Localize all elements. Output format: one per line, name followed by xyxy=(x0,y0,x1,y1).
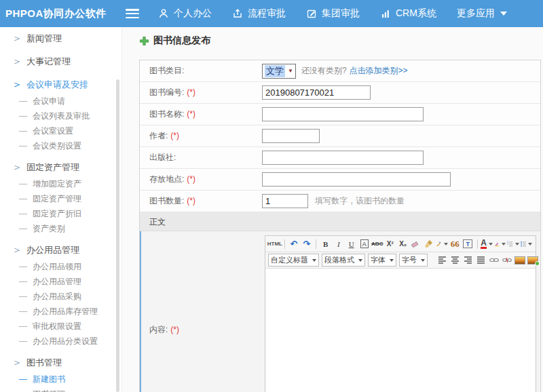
dash-icon: — xyxy=(19,374,27,384)
plus-icon xyxy=(139,36,149,46)
font-family-select[interactable]: 字体 xyxy=(368,254,396,267)
sidebar-item-approval-permission[interactable]: —审批权限设置 xyxy=(0,319,121,334)
nav-process-approval[interactable]: 流程审批 xyxy=(232,7,286,20)
sidebar-item-supplies-inventory[interactable]: —办公用品库存管理 xyxy=(0,304,121,319)
align-justify-icon[interactable] xyxy=(475,254,487,267)
sidebar-item-supplies-category[interactable]: —办公用品分类设置 xyxy=(0,334,121,349)
redo-icon[interactable]: ↷ xyxy=(301,238,312,250)
dash-icon: — xyxy=(19,194,27,203)
sidebar-item-meeting-mgmt[interactable]: >会议申请及安排 xyxy=(0,76,121,94)
required-mark: (*) xyxy=(187,196,195,205)
location-input[interactable] xyxy=(262,172,451,187)
subscript-button[interactable]: X₂ xyxy=(397,238,409,250)
book-name-input[interactable] xyxy=(262,107,424,121)
sidebar-item-supplies-claim[interactable]: —办公用品领用 xyxy=(0,259,121,274)
blockquote-button[interactable]: 66 xyxy=(449,238,461,250)
font-size-select[interactable]: 字号 xyxy=(399,254,428,267)
sidebar-item-label: 新建图书 xyxy=(33,374,65,384)
sidebar-item-asset-category[interactable]: —资产类别 xyxy=(0,221,121,236)
html-source-button[interactable]: HTML xyxy=(269,238,281,250)
highlight-color-icon[interactable] xyxy=(494,238,506,250)
sidebar-item-supplies-mgmt[interactable]: >办公用品管理 xyxy=(0,241,121,259)
sidebar-item-events-mgmt[interactable]: >大事记管理 xyxy=(0,53,121,71)
link-icon[interactable] xyxy=(488,254,500,267)
sidebar-item-book-new[interactable]: —新建图书 xyxy=(0,372,121,387)
sidebar-item-book-mgmt[interactable]: >图书管理 xyxy=(0,354,121,372)
top-nav: 个人办公 流程审批 集团审批 CRM系统 更多应用 xyxy=(158,7,527,20)
bold-button[interactable]: B xyxy=(320,238,331,250)
font-style-button[interactable]: A xyxy=(360,239,369,248)
font-color-button[interactable]: A xyxy=(481,238,493,250)
eraser-icon[interactable] xyxy=(410,238,422,250)
add-category-link[interactable]: 点击添加类别>> xyxy=(350,65,408,77)
page-title: 图书信息发布 xyxy=(153,35,210,47)
sidebar-item-label: 固定资产折旧 xyxy=(33,209,81,218)
custom-title-select[interactable]: 自定义标题 xyxy=(268,254,319,267)
paste-text-button[interactable]: T xyxy=(463,239,472,248)
select-caret-icon: ▼ xyxy=(288,68,293,74)
rich-text-editor: HTML ↶ ↷ B I U A ABC X² X₂ xyxy=(265,235,536,392)
nav-personal-office[interactable]: 个人办公 xyxy=(158,7,212,20)
align-right-icon[interactable] xyxy=(462,254,474,267)
quantity-input[interactable] xyxy=(262,194,308,208)
sidebar-item-label: 大事记管理 xyxy=(26,56,71,66)
chevron-right-icon: > xyxy=(14,163,20,172)
dropdown-caret-icon xyxy=(502,243,506,246)
clean-format-icon[interactable] xyxy=(423,238,434,250)
publisher-input[interactable] xyxy=(262,151,424,165)
unlink-icon[interactable] xyxy=(501,254,512,267)
field-label: 存放地点:(*) xyxy=(140,174,262,185)
category-select[interactable]: 文学 ▼ xyxy=(262,64,296,79)
dropdown-caret-icon xyxy=(390,259,394,262)
dash-icon: — xyxy=(19,209,27,218)
nav-crm-system[interactable]: CRM系统 xyxy=(380,7,436,20)
sidebar-item-asset-add[interactable]: —增加固定资产 xyxy=(0,176,121,191)
sidebar-item-supplies-manage[interactable]: —办公用品管理 xyxy=(0,274,121,289)
nav-group-approval[interactable]: 集团审批 xyxy=(306,7,360,20)
toolbar-separator xyxy=(477,239,478,249)
italic-button[interactable]: I xyxy=(333,238,344,250)
sidebar-item-meeting-room[interactable]: —会议室设置 xyxy=(0,123,121,138)
author-input[interactable] xyxy=(262,129,320,143)
sidebar-item-label: 会议室设置 xyxy=(33,126,73,136)
sidebar-scrollbar[interactable] xyxy=(116,79,119,392)
sidebar-menu: >新闻管理 >大事记管理 >会议申请及安排 —会议申请 —会议列表及审批 —会议… xyxy=(0,27,121,392)
sidebar-item-supplies-purchase[interactable]: —办公用品采购 xyxy=(0,289,121,304)
align-center-icon[interactable] xyxy=(449,254,461,267)
paragraph-format-select[interactable]: 段落格式 xyxy=(322,254,365,267)
dash-icon: — xyxy=(19,224,27,233)
format-painter-icon[interactable] xyxy=(436,238,447,250)
dash-icon: — xyxy=(19,321,27,331)
sidebar-item-label: 固定资产管理 xyxy=(26,162,79,172)
dash-icon: — xyxy=(19,96,27,106)
sidebar-item-book-manage[interactable]: —图书管理 xyxy=(0,387,121,392)
sidebar-item-meeting-apply[interactable]: —会议申请 xyxy=(0,94,121,109)
chevron-right-icon: > xyxy=(14,34,20,43)
underline-button[interactable]: U xyxy=(345,238,357,250)
unordered-list-icon[interactable] xyxy=(521,238,532,250)
sidebar-item-meeting-category[interactable]: —会议类别设置 xyxy=(0,138,121,153)
sidebar-item-asset-mgmt[interactable]: >固定资产管理 xyxy=(0,159,121,176)
strikethrough-button[interactable]: ABC xyxy=(371,238,383,250)
form-row-content: 内容:(*) HTML ↶ ↷ B I U A ABC X² xyxy=(140,231,540,392)
field-label: 内容:(*) xyxy=(141,231,262,392)
ordered-list-icon[interactable]: 12 xyxy=(507,238,519,250)
nav-more-apps[interactable]: 更多应用 xyxy=(457,7,507,20)
insert-image-icon[interactable] xyxy=(514,254,525,267)
superscript-button[interactable]: X² xyxy=(384,238,396,250)
sidebar-item-meeting-list[interactable]: —会议列表及审批 xyxy=(0,109,121,123)
sidebar-item-asset-manage[interactable]: —固定资产管理 xyxy=(0,191,121,206)
editor-content-area[interactable] xyxy=(265,269,536,392)
undo-icon[interactable]: ↶ xyxy=(288,238,299,250)
align-left-icon[interactable] xyxy=(436,254,448,267)
sidebar: >新闻管理 >大事记管理 >会议申请及安排 —会议申请 —会议列表及审批 —会议… xyxy=(0,27,122,392)
sidebar-item-news-mgmt[interactable]: >新闻管理 xyxy=(0,30,121,47)
book-no-input[interactable] xyxy=(262,85,371,100)
upload-image-icon[interactable] xyxy=(527,254,538,267)
sidebar-item-label: 资产类别 xyxy=(33,224,65,233)
app-logo: PHPOA协同办公软件 xyxy=(5,7,117,20)
body-section-header: 正文 xyxy=(140,212,540,231)
sidebar-item-asset-depreciation[interactable]: —固定资产折旧 xyxy=(0,206,121,221)
dash-icon: — xyxy=(19,389,27,392)
menu-icon[interactable] xyxy=(126,9,139,18)
